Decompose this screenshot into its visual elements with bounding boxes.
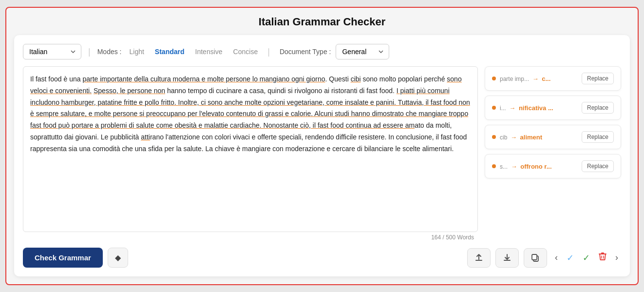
mode-light[interactable]: Light (127, 46, 147, 58)
download-icon (503, 253, 511, 262)
diamond-icon: ◆ (115, 253, 121, 262)
s3-arrow: → (511, 134, 517, 141)
suggestion-card-2: i... → nificativa ... Replace (485, 96, 621, 120)
separator-2: | (267, 47, 270, 57)
word-count: 164 / 500 Words (23, 234, 478, 241)
mode-intensive[interactable]: Intensive (192, 46, 226, 58)
text-editor[interactable]: Il fast food è una parte importante dell… (23, 66, 478, 232)
check-blue-button[interactable]: ✓ (564, 251, 577, 265)
underline-1: parte importante della cultura moderna e… (82, 75, 325, 83)
replace-btn-1[interactable]: Replace (582, 73, 614, 84)
suggestion-card-1: parte imp... → c... Replace (485, 66, 621, 91)
upload-icon (474, 253, 483, 262)
suggestion-dot-2 (492, 106, 496, 110)
content-area: Il fast food è una parte importante dell… (23, 66, 621, 241)
toolbar: Italian English French Spanish German | … (23, 44, 621, 59)
svg-rect-1 (532, 254, 537, 260)
suggestions-panel: parte imp... → c... Replace i... → nific… (485, 66, 621, 241)
copy-icon (531, 253, 540, 262)
doc-type-label: Document Type : (280, 48, 331, 56)
modes-label: Modes : (97, 48, 122, 56)
suggestion-card-4: s... → offrono r... Replace (485, 154, 621, 178)
suggestion-dot-1 (492, 77, 496, 80)
app-container: Italian Grammar Checker Italian English … (5, 7, 639, 285)
main-card: Italian English French Spanish German | … (14, 35, 630, 276)
s3-replacement: aliment (520, 134, 543, 141)
s2-arrow: → (509, 104, 515, 112)
text-panel: Il fast food è una parte importante dell… (23, 66, 478, 241)
suggestion-text-1: parte imp... → c... (500, 75, 578, 82)
suggestion-dot-3 (492, 135, 496, 139)
s4-replacement: offrono r... (520, 163, 551, 170)
diamond-button[interactable]: ◆ (108, 248, 128, 268)
mode-standard[interactable]: Standard (152, 46, 188, 58)
trash-icon (599, 252, 606, 261)
s3-original: cib (500, 134, 507, 141)
next-button[interactable]: › (612, 251, 621, 265)
s4-original: s... (500, 163, 508, 170)
check-grammar-button[interactable]: Check Grammar (23, 248, 103, 268)
trash-button[interactable] (596, 250, 609, 265)
app-title: Italian Grammar Checker (14, 16, 630, 28)
s1-arrow: → (532, 75, 539, 82)
doc-type-select[interactable]: General Academic Business Creative (336, 44, 389, 59)
replace-btn-4[interactable]: Replace (582, 160, 614, 172)
s2-replacement: nificativa ... (519, 104, 553, 112)
s1-replacement: c... (542, 75, 550, 82)
separator-1: | (88, 47, 91, 57)
suggestion-dot-4 (492, 164, 496, 168)
replace-btn-2[interactable]: Replace (582, 102, 614, 114)
s2-original: i... (500, 105, 506, 112)
check-green-button[interactable]: ✓ (580, 251, 593, 265)
underline-4: Spesso, le persone non (94, 87, 165, 95)
underline-6: atti (141, 133, 150, 141)
upload-button[interactable] (467, 248, 491, 268)
prev-button[interactable]: ‹ (552, 251, 561, 265)
underline-2: cibi (351, 75, 361, 83)
nav-controls: ‹ ✓ ✓ › (552, 250, 621, 265)
replace-btn-3[interactable]: Replace (582, 131, 614, 143)
language-select[interactable]: Italian English French Spanish German (23, 44, 81, 59)
copy-button[interactable] (524, 248, 547, 268)
download-button[interactable] (495, 248, 519, 268)
suggestion-text-4: s... → offrono r... (500, 163, 578, 170)
bottom-bar: Check Grammar ◆ (23, 248, 621, 268)
mode-concise[interactable]: Concise (230, 46, 261, 58)
suggestion-text-3: cib → aliment (500, 134, 578, 141)
s4-arrow: → (511, 163, 517, 170)
s1-original: parte imp... (500, 76, 529, 82)
suggestion-card-3: cib → aliment Replace (485, 125, 621, 149)
suggestion-text-2: i... → nificativa ... (500, 104, 578, 112)
